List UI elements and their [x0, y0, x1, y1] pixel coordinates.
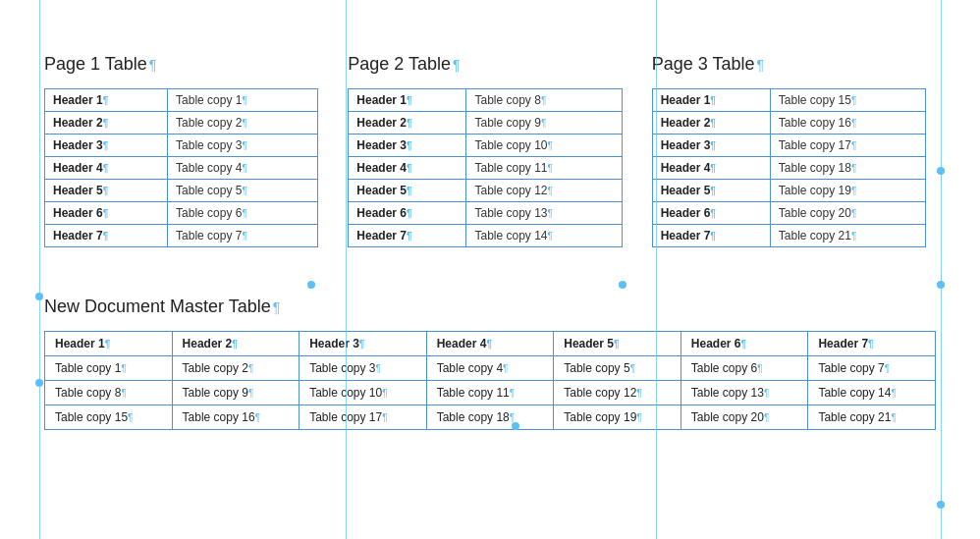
table-header-cell: Header 4¶: [45, 157, 168, 180]
bottom-section: New Document Master Table Header 1¶Heade…: [39, 296, 941, 430]
guide-dot-4: [937, 281, 945, 289]
table-header-cell: Header 2¶: [652, 112, 770, 135]
master-value-cell: Table copy 10¶: [299, 381, 427, 405]
master-value-cell: Table copy 18¶: [426, 405, 554, 430]
table-row: Table copy 15¶Table copy 16¶Table copy 1…: [45, 405, 936, 430]
master-value-cell: Table copy 16¶: [172, 405, 299, 430]
table-value-cell: Table copy 3¶: [168, 135, 318, 157]
master-value-cell: Table copy 13¶: [681, 381, 808, 405]
table-header-cell: Header 1¶: [349, 89, 466, 112]
table-header-cell: Header 7¶: [349, 225, 466, 247]
guide-dot-3: [937, 167, 945, 175]
master-value-cell: Table copy 6¶: [681, 356, 808, 381]
table-value-cell: Table copy 12¶: [466, 180, 622, 202]
guide-dot-6: [619, 281, 626, 289]
master-value-cell: Table copy 2¶: [172, 356, 299, 381]
table-header-cell: Header 6¶: [652, 202, 770, 225]
master-value-cell: Table copy 20¶: [681, 405, 808, 430]
master-value-cell: Table copy 15¶: [45, 405, 173, 430]
master-header-cell: Header 4¶: [426, 332, 554, 356]
table-value-cell: Table copy 6¶: [168, 202, 318, 225]
table-header-cell: Header 1¶: [652, 89, 770, 112]
table-value-cell: Table copy 14¶: [466, 225, 622, 247]
master-value-cell: Table copy 5¶: [554, 356, 681, 381]
page-2-column: Page 2 Table Header 1¶Table copy 8¶Heade…: [333, 54, 636, 247]
table-value-cell: Table copy 19¶: [770, 180, 925, 202]
master-value-cell: Table copy 4¶: [426, 356, 554, 381]
page-2-title: Page 2 Table: [348, 54, 622, 75]
table-header-cell: Header 3¶: [349, 135, 466, 157]
table-header-cell: Header 4¶: [349, 157, 466, 180]
table-header-cell: Header 2¶: [349, 112, 466, 135]
master-value-cell: Table copy 9¶: [172, 381, 299, 405]
master-value-cell: Table copy 11¶: [426, 381, 554, 405]
table-value-cell: Table copy 8¶: [466, 89, 622, 112]
table-row: Table copy 1¶Table copy 2¶Table copy 3¶T…: [45, 356, 936, 381]
guide-dot-7: [307, 281, 315, 289]
master-header-cell: Header 3¶: [299, 332, 427, 356]
table-value-cell: Table copy 5¶: [168, 180, 318, 202]
page-1-column: Page 1 Table Header 1¶Table copy 1¶Heade…: [39, 54, 333, 247]
table-value-cell: Table copy 16¶: [770, 112, 925, 135]
page-2-table: Header 1¶Table copy 8¶Header 2¶Table cop…: [348, 88, 622, 247]
canvas: Page 1 Table Header 1¶Table copy 1¶Heade…: [0, 0, 980, 539]
table-value-cell: Table copy 9¶: [466, 112, 622, 135]
table-header-cell: Header 4¶: [652, 157, 770, 180]
table-value-cell: Table copy 13¶: [466, 202, 622, 225]
table-value-cell: Table copy 20¶: [770, 202, 925, 225]
table-header-cell: Header 1¶: [45, 89, 168, 112]
table-value-cell: Table copy 7¶: [168, 225, 318, 247]
table-value-cell: Table copy 10¶: [466, 135, 622, 157]
master-value-cell: Table copy 21¶: [808, 405, 936, 430]
table-row: Table copy 8¶Table copy 9¶Table copy 10¶…: [45, 381, 936, 405]
master-value-cell: Table copy 1¶: [45, 356, 173, 381]
table-value-cell: Table copy 18¶: [770, 157, 925, 180]
master-value-cell: Table copy 3¶: [299, 356, 427, 381]
table-header-cell: Header 3¶: [45, 135, 168, 157]
master-value-cell: Table copy 19¶: [554, 405, 681, 430]
guide-dot-2: [35, 379, 43, 387]
table-header-cell: Header 6¶: [349, 202, 466, 225]
table-header-cell: Header 7¶: [45, 225, 168, 247]
table-header-cell: Header 6¶: [45, 202, 168, 225]
guide-vertical-2: [656, 0, 657, 539]
master-header-cell: Header 1¶: [45, 332, 173, 356]
table-value-cell: Table copy 1¶: [168, 89, 318, 112]
guide-dot-8: [512, 422, 519, 430]
master-value-cell: Table copy 7¶: [808, 356, 936, 381]
page-1-table: Header 1¶Table copy 1¶Header 2¶Table cop…: [44, 88, 318, 247]
guide-dot-5: [937, 501, 945, 509]
guide-dot-1: [35, 293, 43, 300]
table-header-cell: Header 5¶: [349, 180, 466, 202]
master-title: New Document Master Table: [44, 296, 936, 317]
master-value-cell: Table copy 17¶: [299, 405, 427, 430]
table-value-cell: Table copy 4¶: [168, 157, 318, 180]
table-header-cell: Header 2¶: [45, 112, 168, 135]
master-header-cell: Header 6¶: [681, 332, 808, 356]
table-header-cell: Header 5¶: [45, 180, 168, 202]
master-value-cell: Table copy 12¶: [554, 381, 681, 405]
guide-vertical-right: [941, 0, 942, 539]
master-header-cell: Header 5¶: [554, 332, 681, 356]
table-header-cell: Header 3¶: [652, 135, 770, 157]
master-header-cell: Header 7¶: [808, 332, 936, 356]
table-header-cell: Header 7¶: [652, 225, 770, 247]
page-3-column: Page 3 Table Header 1¶Table copy 15¶Head…: [637, 54, 941, 247]
table-value-cell: Table copy 21¶: [770, 225, 925, 247]
table-value-cell: Table copy 15¶: [770, 89, 925, 112]
master-header-cell: Header 2¶: [172, 332, 299, 356]
table-value-cell: Table copy 17¶: [770, 135, 925, 157]
table-header-cell: Header 5¶: [652, 180, 770, 202]
page-3-table: Header 1¶Table copy 15¶Header 2¶Table co…: [652, 88, 926, 247]
top-section: Page 1 Table Header 1¶Table copy 1¶Heade…: [39, 54, 941, 247]
guide-vertical-1: [346, 0, 347, 539]
table-value-cell: Table copy 11¶: [466, 157, 622, 180]
master-value-cell: Table copy 8¶: [45, 381, 173, 405]
master-table: Header 1¶Header 2¶Header 3¶Header 4¶Head…: [44, 331, 936, 430]
page-3-title: Page 3 Table: [652, 54, 926, 75]
master-value-cell: Table copy 14¶: [808, 381, 936, 405]
guide-vertical-left: [39, 0, 40, 539]
page-1-title: Page 1 Table: [44, 54, 318, 75]
table-value-cell: Table copy 2¶: [168, 112, 318, 135]
